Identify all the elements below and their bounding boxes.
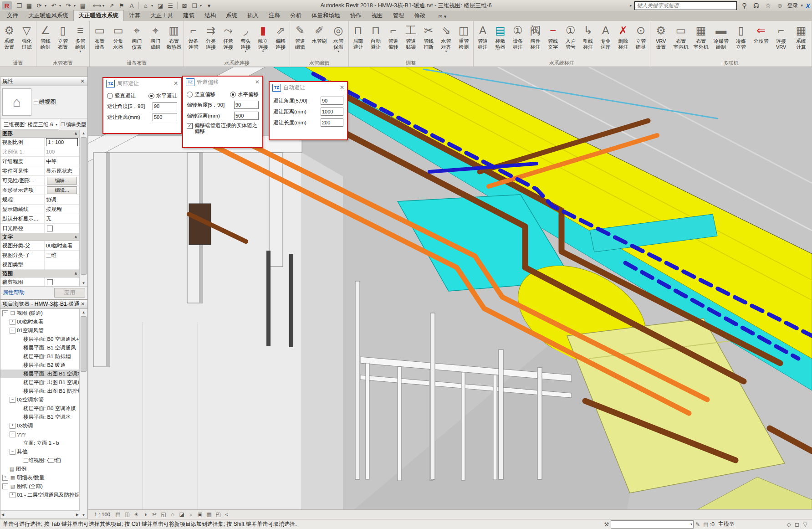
active-workset-only-icon[interactable]: ▤ [702,521,710,528]
tree-item[interactable]: −❏视图 (暖通) [0,309,80,318]
view-scale-input[interactable]: 1 : 100 [46,138,78,146]
property-value[interactable]: 三维 [45,251,79,260]
tab-视图[interactable]: 视图 [367,10,388,21]
property-section-图形[interactable]: 图形∧ [0,130,79,138]
tab-文件[interactable]: 文件 [2,10,23,21]
dropdown-arrow-icon[interactable]: ▾ [80,50,82,53]
branch-pipe-button[interactable]: ⇐分歧管 [751,22,771,60]
dialog-title-bar[interactable]: TZ 管道偏移 ✕ [183,77,262,87]
avoid-distance-input[interactable]: 1000 [321,108,343,116]
vcb-collapse-icon[interactable]: < [225,512,228,517]
open-file-icon[interactable]: ❒ [15,1,24,10]
section-icon[interactable]: ◪ [156,1,165,10]
dropdown-arrow-icon[interactable]: ▾ [337,50,339,53]
collapse-minus-icon[interactable]: − [2,310,8,316]
redo-icon[interactable]: ↷ [64,1,73,10]
elbow-connect-button[interactable]: ◞弯头连接▾ [237,22,254,60]
tree-item[interactable]: 楼层平面: B0 空调通风+防 [0,335,80,344]
property-section-文字[interactable]: 文字∧ [0,233,79,241]
tab-协作[interactable]: 协作 [345,10,367,21]
auto-avoid-button[interactable]: ⊓自动避让 [367,22,385,60]
tree-item[interactable]: 楼层平面: 出图 B1 空调水 [0,370,80,378]
valve-tag-button[interactable]: 阀阀件标注 [526,22,544,60]
place-equipment-button[interactable]: ▭布置设备 [90,22,109,60]
pipe-draw-button[interactable]: ∠管线绘制 [37,22,54,60]
dropdown-arrow-icon[interactable]: ▾ [262,50,264,53]
tree-item[interactable]: 三维视图: {三维} [0,456,80,465]
collapse-minus-icon[interactable]: − [2,483,8,489]
edit-button[interactable]: 编辑... [47,177,77,185]
dropdown-arrow-icon[interactable]: ▾ [245,50,247,53]
scroll-down-icon[interactable]: ▼ [80,280,87,287]
riser-detail-button[interactable]: ⊙立管细显 [632,22,650,60]
search-input[interactable] [634,1,737,10]
classified-connect-button[interactable]: ⇉分类连接 [202,22,220,60]
horizontal-avoid-radio[interactable]: 水平避让 [148,92,177,99]
pipe-brush-button[interactable]: ✐水管刷 [310,22,329,60]
displacement-sets-icon[interactable]: ◰ [214,511,222,519]
pipe-deflect-button[interactable]: ⌐管道偏转 [384,22,402,60]
manifold-button[interactable]: ▭分集水器 [109,22,128,60]
temporary-hide-isolate-icon[interactable]: ◪ [178,511,186,519]
measure-icon[interactable]: ⟷ [92,1,102,10]
checkbox-unchecked-icon[interactable] [47,279,53,285]
ribbon-group-label[interactable]: 设置 [0,60,36,67]
vertical-offset-radio[interactable]: 竖直偏移 [187,91,215,98]
tab-天正暖通风系统[interactable]: 天正暖通风系统 [23,10,73,21]
tree-item[interactable]: 楼层平面: B0 空调冷媒 [0,404,80,413]
dialog-title-bar[interactable]: TZ 局部避让 ✕ [103,78,181,89]
type-selector-dropdown[interactable]: 三维视图: 楼层三维-6 ▾ [2,120,59,129]
tree-item[interactable]: +▦明细表/数量 [0,473,80,482]
leader-tag-button[interactable]: ↳引线标注 [579,22,597,60]
tab-注释[interactable]: 注释 [264,10,285,21]
avoid-length-input[interactable]: 200 [321,118,343,127]
visual-style-icon[interactable]: ◫ [123,511,131,519]
property-value[interactable]: 协调 [45,195,79,204]
pipe-edit-button[interactable]: ✎管道编辑 [291,22,310,60]
tab-结构[interactable]: 结构 [199,10,221,21]
collapse-chevron-icon[interactable]: ∧ [74,235,77,239]
property-value[interactable]: 00临时查看 [45,241,79,250]
dropdown-arrow-icon[interactable]: ▾ [200,4,204,8]
tree-item[interactable]: 立面: 立面 1 - b [0,439,80,447]
dialog-title-bar[interactable]: TZ 自动避让 ✕ [270,82,347,93]
text-icon[interactable]: A [127,1,136,10]
properties-scrollbar[interactable]: ▲ ▼ [79,130,87,287]
overlap-check-button[interactable]: ◫重管检测 [455,22,473,60]
tree-item[interactable]: 楼层平面: B1 空调通风 [0,344,80,352]
tree-item[interactable]: 楼层平面: 出图 B1 防排烟 [0,387,80,395]
tree-item[interactable]: −▧图纸 (全部) [0,482,80,491]
place-indoor-unit-button[interactable]: ▭布置室内机 [671,22,691,60]
editable-only-icon[interactable]: ✎ [694,521,702,528]
project-browser-header[interactable]: 项目浏览器 - HMW-3栋-B1-暖通.rvt ✕ [0,300,87,309]
dropdown-arrow-icon[interactable]: ▾ [151,4,155,8]
tree-item[interactable]: ▤图例 [0,465,80,473]
help-search-icon[interactable]: ⚲ [740,2,749,9]
save-icon[interactable]: ▦ [25,1,34,10]
dropdown-arrow-icon[interactable]: ▾ [102,4,106,8]
edit-button[interactable]: 编辑... [47,186,77,194]
select-links-toggle-icon[interactable]: ◇ [785,521,793,528]
tree-item[interactable]: +00临时查看 [0,318,80,326]
tab-分析[interactable]: 分析 [285,10,306,21]
aligned-dimension-icon[interactable]: ↗ [107,1,116,10]
reveal-hidden-elements-icon[interactable]: ☼ [187,511,195,519]
property-value[interactable]: 100 [45,147,79,156]
tab-系统[interactable]: 系统 [221,10,242,21]
collapse-minus-icon[interactable]: − [10,449,15,455]
pipe-align-button[interactable]: ⇘水管对齐▾ [437,22,455,60]
vrv-settings-button[interactable]: ⚙VRV设置 [651,22,671,60]
offset-distance-input[interactable]: 500 [234,112,259,120]
enhanced-filter-button[interactable]: ▽强化过滤 [18,22,35,60]
select-underlay-toggle-icon[interactable]: ◻ [793,521,801,528]
communication-center-icon[interactable]: ☊ [751,2,761,9]
collapse-minus-icon[interactable]: − [10,328,15,334]
pipe-to-beam-button[interactable]: 工管道贴梁 [402,22,420,60]
ribbon-group-label[interactable]: 水系统连接 [184,60,290,67]
checkbox-unchecked-icon[interactable] [47,226,53,231]
browser-scrollbar[interactable]: ▲ ▼ [79,309,87,519]
scroll-right-icon[interactable]: ▶ [76,513,79,517]
close-icon[interactable]: ✕ [80,301,86,307]
default-3d-view-icon[interactable]: ⌂ [141,1,150,10]
equipment-tag-button[interactable]: ①设备标注 [509,22,527,60]
